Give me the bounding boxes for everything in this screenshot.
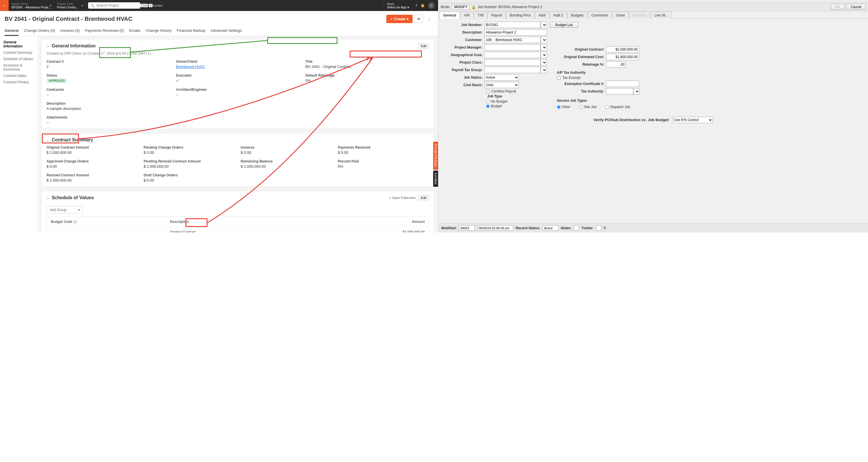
tab-general[interactable]: General [5,26,19,36]
sidenav-privacy[interactable]: Contract Privacy [3,79,34,85]
ptax-input[interactable] [484,67,540,73]
cust-label: Customer: [442,38,484,42]
add-group-dropdown[interactable]: Add Group ▾ [46,206,83,214]
pm-input[interactable] [484,44,540,51]
taxauth-dropdown[interactable] [633,88,640,94]
cert-payroll-checkbox[interactable] [486,90,490,93]
executed-label: Executed [176,74,300,78]
create-button[interactable]: + Create ▾ [386,15,413,23]
geo-dropdown[interactable] [540,52,547,58]
sidenav-inclusions[interactable]: Inclusions & Exclusions [3,62,34,73]
rtab-budgets[interactable]: Budgets [567,11,587,19]
geo-input[interactable] [484,52,540,58]
rtab-comments[interactable]: Comments [588,11,612,19]
search-input-wrap[interactable]: 🔍 Cmd K [88,2,140,9]
ok-button[interactable]: OK [831,4,844,10]
mode-label: Mode: [441,5,450,9]
taxauth-input[interactable] [606,88,633,94]
rtab-lien[interactable]: Lien W... [651,11,672,19]
rtab-general[interactable]: General [439,11,460,19]
search-input[interactable] [96,3,140,7]
tab-changehistory[interactable]: Change History [146,26,172,36]
recstatus-value[interactable] [542,225,559,231]
project-dropdown[interactable]: Agave Demo BV2041 - Allowance Proje... ▾ [9,1,54,10]
desc-value: A sample description [46,106,429,111]
budget-list-button[interactable]: Budget List [550,22,578,28]
svc-other-radio[interactable] [557,105,561,109]
collapse-icon[interactable]: ⌄ [46,44,50,48]
rtab-payroll[interactable]: Payroll [488,11,506,19]
svc-disp-radio[interactable] [605,105,609,109]
r-tabs: General A/R T/M Payroll Bonding Prior Ad… [438,11,868,19]
cust-dropdown[interactable] [540,37,547,43]
nobudget-radio[interactable] [486,100,490,104]
taxexempt-checkbox[interactable] [557,76,561,80]
geo-label: Geographical Area: [442,53,484,57]
bell-icon[interactable]: 🔔 [421,4,425,7]
rtab-ar[interactable]: A/R [460,11,473,19]
jobnum-dropdown[interactable] [540,22,547,28]
retainpct-input[interactable] [606,61,626,68]
pm-dropdown[interactable] [540,44,547,51]
help-icon[interactable]: ? [415,4,417,7]
apps-dropdown[interactable]: Apps Select an App ▾ [384,1,412,10]
modified-date[interactable] [477,225,513,231]
budget-radio[interactable] [486,104,490,108]
rtab-union[interactable]: Union [612,11,629,19]
collapse-icon[interactable]: ⌄ [46,138,50,142]
desc-input[interactable] [484,29,547,35]
search-icon: 🔍 [90,4,94,7]
owner-link[interactable]: Brentwood HVAC [176,64,205,69]
class-input[interactable] [484,59,540,66]
edit-button[interactable]: Edit [418,44,429,49]
cust-input[interactable] [484,37,540,43]
orig-input[interactable] [606,46,639,53]
card-title: Schedule of Values [52,195,220,200]
tab-financial[interactable]: Financial Markup [177,26,206,36]
svc-site-radio[interactable] [579,105,583,109]
jobstatus-select[interactable]: Active [484,74,519,81]
costbasis-select[interactable]: Units [484,82,519,88]
verify-select[interactable]: Use P/S Control [672,117,713,123]
arch-label: Architect/Engineer [176,88,300,92]
sidenav-summary[interactable]: Contract Summary [3,50,34,56]
dco-label: Draft Change Orders [144,173,235,177]
tab-advanced[interactable]: Advanced Settings [211,26,242,36]
costbasis-label: Cost Basis: [442,83,484,87]
home-icon[interactable]: ⌂ [0,0,9,11]
class-dropdown[interactable] [540,59,547,66]
tickler-input[interactable] [596,225,601,231]
cancel-button[interactable]: Cancel [846,4,866,10]
edit-button[interactable]: Edit [418,195,429,200]
jobnum-input[interactable] [484,22,540,28]
sidenav-general[interactable]: General Information [3,39,34,50]
ptax-dropdown[interactable] [540,67,547,73]
favorites-link[interactable]: ★ Favorites [143,4,165,7]
mail-icon[interactable]: ✉ [414,15,423,23]
tab-emails[interactable]: Emails [129,26,141,36]
modified-user[interactable] [459,225,475,231]
exempt-input[interactable] [606,81,639,87]
avatar[interactable]: E [428,2,435,9]
card-sov: ⌄ Schedule of Values ⤢Open Fullscreen Ed… [41,191,435,232]
sidenav-dates[interactable]: Contract Dates [3,73,34,79]
notes-input[interactable] [574,225,579,231]
tab-change-orders[interactable]: Change Orders (0) [24,26,55,36]
rtab-tm[interactable]: T/M [474,11,488,19]
exit-beta-tab[interactable]: Exit Beta [433,171,438,187]
help-icon[interactable]: ? [73,220,77,224]
card-title: General Information [52,44,418,49]
collapse-icon[interactable]: ⌄ [46,196,50,200]
est-input[interactable] [606,54,639,60]
rtab-addl2[interactable]: Addl 2 [550,11,567,19]
tab-payments[interactable]: Payments Received (0) [85,26,124,36]
tab-invoices[interactable]: Invoices (0) [60,26,80,36]
tools-dropdown[interactable]: Project Tools Prime Contra... ▾ [54,1,86,10]
feedback-tab[interactable]: Provide Feedback [433,142,438,170]
more-icon[interactable]: ⋮ [425,15,433,23]
verify-label: Verify PO/Sub Distribution vs. Job Budge… [593,118,670,122]
open-fullscreen[interactable]: ⤢Open Fullscreen [389,196,415,200]
sidenav-sov[interactable]: Schedule of Values [3,56,34,62]
rtab-bonding[interactable]: Bonding Prior [506,11,534,19]
rtab-addl[interactable]: Addl [535,11,549,19]
